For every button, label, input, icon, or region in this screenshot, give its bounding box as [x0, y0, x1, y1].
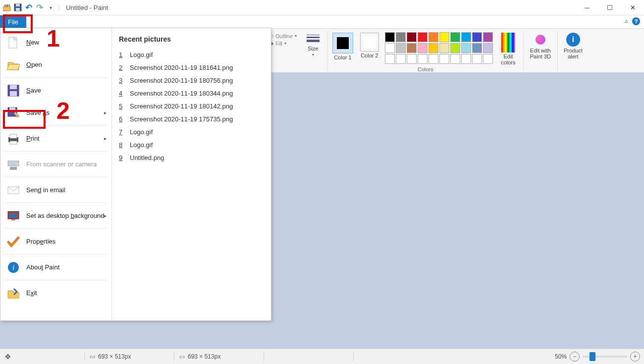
menu-send-email[interactable]: Send in email [0, 179, 111, 201]
recent-item[interactable]: 6Screenshot 2020-11-19 175735.png [119, 112, 264, 125]
zoom-thumb[interactable] [590, 352, 595, 361]
menu-save[interactable]: Save [0, 79, 111, 102]
recent-item-number: 1 [119, 51, 123, 58]
color2-button[interactable]: Color 2 [358, 31, 381, 58]
window-controls: ─ ☐ ✕ [576, 0, 644, 15]
recent-item[interactable]: 7Logo.gif [119, 125, 264, 138]
color-swatch[interactable] [483, 43, 493, 53]
color-swatch[interactable] [483, 54, 493, 64]
zoom-slider[interactable] [583, 356, 627, 358]
color-swatch[interactable] [439, 32, 449, 42]
color-swatch[interactable] [439, 54, 449, 64]
ribbon-collapse-icon[interactable]: ㅿ [624, 18, 629, 25]
email-icon [6, 183, 20, 197]
ribbon-right-controls: ㅿ ? [624, 17, 640, 25]
menu-exit[interactable]: Exit [0, 282, 111, 304]
ribbon-tabs: File ㅿ ? [0, 15, 644, 29]
color-swatch[interactable] [385, 32, 395, 42]
color1-swatch [332, 33, 353, 53]
recent-item[interactable]: 9Untitled.png [119, 151, 264, 164]
color-swatch[interactable] [429, 43, 438, 53]
color-swatch[interactable] [461, 43, 471, 53]
recent-item-number: 7 [119, 128, 123, 136]
paint3d-button[interactable]: Edit with Paint 3D [527, 31, 554, 59]
open-icon [6, 58, 20, 72]
recent-panel: Recent pictures 1Logo.gif2Screenshot 202… [112, 28, 271, 320]
color-swatch[interactable] [429, 54, 438, 64]
svg-rect-11 [10, 91, 17, 96]
redo-icon[interactable]: ↷ [36, 3, 44, 11]
size-button[interactable]: Size ▾ [301, 31, 325, 57]
color1-button[interactable]: Color 1 [331, 31, 355, 60]
color-swatch[interactable] [439, 43, 449, 53]
recent-item-number: 3 [119, 77, 123, 84]
zoom-level: 50% [555, 353, 567, 360]
menu-desktop-bg[interactable]: Set as desktop background ▸ [0, 205, 111, 227]
color-swatch[interactable] [385, 43, 395, 53]
recent-item[interactable]: 5Screenshot 2020-11-19 180142.png [119, 100, 264, 112]
recent-item[interactable]: 8Logo.gif [119, 138, 264, 151]
menu-properties[interactable]: Properties [0, 230, 111, 253]
color-swatch[interactable] [396, 43, 406, 53]
recent-item[interactable]: 3Screenshot 2020-11-19 180756.png [119, 74, 264, 87]
color-swatch[interactable] [407, 54, 417, 64]
zoom-out-button[interactable]: − [570, 352, 580, 362]
color-swatch[interactable] [450, 43, 460, 53]
color-swatch[interactable] [429, 32, 438, 42]
menu-print[interactable]: Print ▸ [0, 127, 111, 150]
statusbar: ✥ ▭ 693 × 513px ▭ 693 × 513px 50% − + [0, 349, 644, 364]
color-swatch[interactable] [418, 54, 428, 64]
svg-rect-18 [10, 167, 17, 170]
status-selection: ▭ 693 × 513px [85, 353, 174, 360]
recent-item-name: Screenshot 2020-11-19 180142.png [130, 103, 233, 110]
chevron-right-icon: ▸ [104, 136, 107, 141]
color-swatch[interactable] [483, 32, 493, 42]
menu-open[interactable]: Open [0, 53, 111, 76]
recent-item-number: 6 [119, 115, 123, 123]
color-swatch[interactable] [472, 43, 482, 53]
color-swatch[interactable] [418, 43, 428, 53]
app-icon [3, 3, 11, 11]
rainbow-icon [501, 33, 515, 52]
zoom-in-button[interactable]: + [630, 352, 640, 362]
color-swatch[interactable] [461, 32, 471, 42]
help-icon[interactable]: ? [632, 17, 640, 25]
svg-text:i: i [12, 263, 14, 271]
color-swatch[interactable] [407, 32, 417, 42]
color-swatch[interactable] [396, 32, 406, 42]
minimize-button[interactable]: ─ [576, 0, 598, 15]
qat-customize-icon[interactable]: ▾ [47, 3, 54, 11]
svg-rect-15 [10, 134, 17, 138]
color-swatch[interactable] [461, 54, 471, 64]
recent-item[interactable]: 2Screenshot 2020-11-19 181641.png [119, 61, 264, 74]
color-swatch[interactable] [407, 43, 417, 53]
shape-outline[interactable]: ◇Outline ▾ [269, 33, 297, 39]
color-swatch[interactable] [472, 32, 482, 42]
svg-rect-6 [16, 8, 20, 11]
color-swatch[interactable] [385, 54, 395, 64]
edit-colors-button[interactable]: Edit colors [496, 31, 520, 65]
selection-icon: ▭ [90, 353, 95, 360]
undo-icon[interactable]: ↶ [25, 3, 33, 11]
recent-title: Recent pictures [119, 35, 264, 43]
recent-item[interactable]: 4Screenshot 2020-11-19 180344.png [119, 87, 264, 100]
close-button[interactable]: ✕ [621, 0, 644, 15]
maximize-button[interactable]: ☐ [598, 0, 621, 15]
color-swatch[interactable] [472, 54, 482, 64]
color-swatch[interactable] [450, 54, 460, 64]
color-swatch[interactable] [396, 54, 406, 64]
product-alert-button[interactable]: i Product alert [561, 31, 586, 59]
shape-fill[interactable]: ◆Fill ▾ [269, 40, 297, 47]
file-menu-items: New Open Save Save as ▸ Print ▸ From sca… [0, 28, 112, 320]
color-swatch[interactable] [450, 32, 460, 42]
menu-about[interactable]: i About Paint [0, 256, 111, 278]
recent-item-name: Untitled.png [130, 154, 164, 161]
recent-item[interactable]: 1Logo.gif [119, 48, 264, 61]
cursor-icon: ✥ [5, 353, 11, 361]
print-icon [6, 132, 20, 146]
chevron-right-icon: ▸ [104, 213, 107, 218]
recent-item-number: 4 [119, 90, 123, 97]
color-swatch[interactable] [418, 32, 428, 42]
save-icon[interactable] [14, 3, 22, 11]
status-cursor: ✥ [0, 353, 84, 361]
